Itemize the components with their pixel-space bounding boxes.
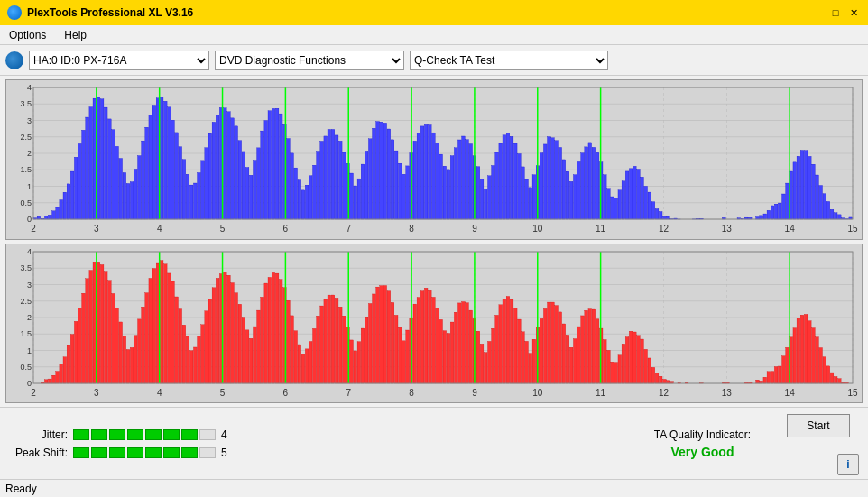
progress-segment <box>127 447 143 458</box>
jitter-row: Jitter: 4 <box>9 428 627 441</box>
jitter-label: Jitter: <box>9 428 68 441</box>
info-button[interactable]: i <box>837 454 859 475</box>
bottom-chart-canvas <box>6 244 862 403</box>
jitter-value: 4 <box>221 428 239 441</box>
top-chart-canvas <box>6 80 862 239</box>
menu-help[interactable]: Help <box>60 27 90 43</box>
jitter-bar <box>73 429 216 440</box>
progress-segment <box>163 447 180 458</box>
titlebar: PlexTools Professional XL V3.16 — □ ✕ <box>0 0 868 25</box>
function-selector[interactable]: DVD Diagnostic Functions <box>215 51 404 70</box>
peakshift-value: 5 <box>221 446 239 459</box>
start-button[interactable]: Start <box>787 414 850 437</box>
progress-segment <box>145 429 162 440</box>
status-text: Ready <box>5 483 37 495</box>
peakshift-label: Peak Shift: <box>9 446 68 459</box>
progress-segment <box>145 447 162 458</box>
progress-segment <box>181 429 198 440</box>
progress-segment <box>91 429 107 440</box>
progress-segment <box>109 447 125 458</box>
test-selector[interactable]: Q-Check TA Test <box>410 51 608 70</box>
metrics-area: Jitter: 4 Peak Shift: 5 <box>9 428 627 459</box>
progress-segment <box>181 447 198 458</box>
progress-segment <box>73 429 89 440</box>
ta-quality-label: TA Quality Indicator: <box>654 428 751 441</box>
peakshift-row: Peak Shift: 5 <box>9 446 627 459</box>
app-title: PlexTools Professional XL V3.16 <box>27 6 193 19</box>
progress-segment <box>109 429 125 440</box>
progress-segment <box>127 429 143 440</box>
top-chart <box>5 79 863 240</box>
progress-segment <box>91 447 107 458</box>
menubar: Options Help <box>0 25 868 45</box>
minimize-button[interactable]: — <box>810 5 825 20</box>
titlebar-left: PlexTools Professional XL V3.16 <box>7 5 193 20</box>
drive-icon <box>5 51 23 69</box>
peakshift-bar <box>73 447 216 458</box>
charts-area <box>0 76 868 407</box>
main-content: Jitter: 4 Peak Shift: 5 TA Quality Indic… <box>0 76 868 479</box>
progress-segment <box>199 447 216 458</box>
maximize-button[interactable]: □ <box>828 5 843 20</box>
titlebar-controls: — □ ✕ <box>810 5 861 20</box>
ta-quality-value: Very Good <box>670 445 734 459</box>
drive-selector[interactable]: HA:0 ID:0 PX-716A <box>29 51 209 70</box>
statusbar: Ready <box>0 479 868 497</box>
toolbar: HA:0 ID:0 PX-716A DVD Diagnostic Functio… <box>0 45 868 76</box>
progress-segment <box>163 429 180 440</box>
bottom-chart <box>5 244 863 404</box>
menu-options[interactable]: Options <box>5 27 50 43</box>
close-button[interactable]: ✕ <box>846 5 861 20</box>
bottom-panel: Jitter: 4 Peak Shift: 5 TA Quality Indic… <box>0 407 868 479</box>
progress-segment <box>73 447 89 458</box>
ta-quality-area: TA Quality Indicator: Very Good <box>654 428 751 459</box>
progress-segment <box>199 429 216 440</box>
app-icon <box>7 5 22 20</box>
